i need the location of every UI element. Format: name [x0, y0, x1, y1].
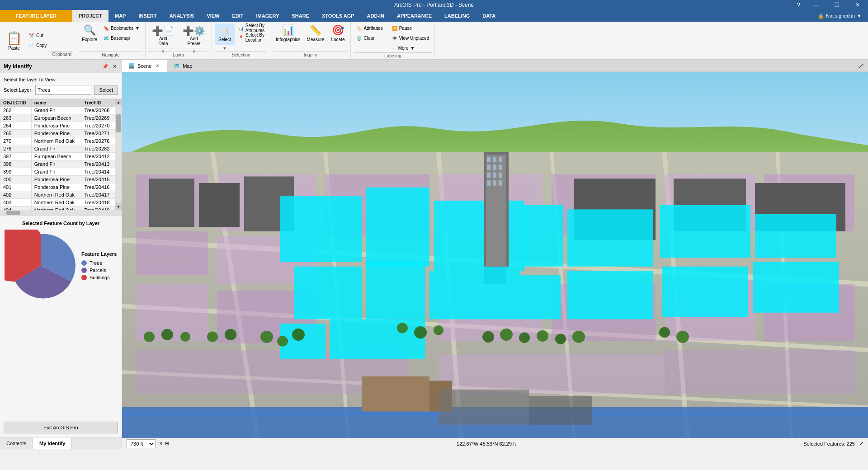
cell-name: Grand Fir [31, 160, 81, 168]
svg-rect-11 [136, 231, 208, 275]
table-row[interactable]: 397 European Beech Tree/20412 [0, 153, 115, 160]
legend-trees: Trees [81, 260, 117, 266]
select-btn[interactable]: ◻️ Select ▼ [215, 24, 235, 52]
cut-btn[interactable]: ✂️Cut [26, 31, 49, 40]
tab-xtools[interactable]: XTOOLS AGP [316, 10, 361, 22]
pause-btn[interactable]: ⏸️Pause [389, 24, 432, 33]
layer-dropdown[interactable]: Trees Parcels Buildings [35, 85, 91, 95]
cell-objectid: 402 [0, 191, 32, 199]
clear-btn[interactable]: 🗑️Clear [354, 33, 385, 42]
tab-imagery[interactable]: IMAGERY [250, 10, 286, 22]
tab-appearance[interactable]: APPEARANCE [391, 10, 438, 22]
left-panel: My Identify 📌 ✕ Select the layer to View… [0, 60, 122, 449]
map-scale-icon: ⊡ [158, 441, 162, 446]
tab-view[interactable]: VIEW [200, 10, 226, 22]
minimize-btn[interactable]: — [806, 0, 826, 10]
col-treefid[interactable]: TreeFID [81, 99, 115, 107]
tab-contents[interactable]: Contents [0, 437, 33, 449]
svg-rect-26 [439, 354, 665, 394]
table-row[interactable]: 265 Ponderosa Pine Tree/20271 [0, 130, 115, 137]
layer-label: Select Layer: [4, 87, 33, 93]
select-button[interactable]: Select [94, 85, 118, 95]
cell-name: Northern Red Oak [31, 207, 81, 210]
locate-btn[interactable]: 🎯 Locate [328, 24, 348, 52]
expand-btn[interactable]: ⤢ [854, 61, 868, 71]
map-statusbar: 730 ft 1000 ft 1 mi ⊡ ⊞ 122.67°W 45.53°N… [122, 438, 868, 449]
explore-btn[interactable]: 🔍 Explore [79, 24, 100, 52]
table-row[interactable]: 398 Grand Fir Tree/20413 [0, 160, 115, 168]
table-row[interactable]: 270 Northern Red Oak Tree/20276 [0, 137, 115, 145]
help-icon[interactable]: ? [792, 0, 805, 10]
not-signed-in[interactable]: 🔒 Not signed in ▼ [811, 10, 868, 22]
restore-btn[interactable]: ❐ [826, 0, 847, 10]
view-unplaced-btn[interactable]: 👁️View Unplaced [389, 33, 432, 42]
basemap-btn[interactable]: 🗺️Basemap [101, 33, 142, 42]
legend-title: Feature Layers [81, 251, 117, 257]
cell-name: Northern Red Oak [31, 199, 81, 207]
attributes-btn[interactable]: 🏷️Attributes [354, 24, 385, 33]
exit-btn[interactable]: Exit ArcGIS Pro [4, 422, 118, 433]
map-tab-map[interactable]: 🗺️ Map [167, 60, 199, 72]
map-tabs: 🏙️ Scene ✕ 🗺️ Map ⤢ [122, 60, 868, 72]
svg-rect-77 [487, 164, 491, 170]
scrollbar-thumb[interactable] [116, 114, 121, 132]
more-btn[interactable]: ⋯More▼ [389, 43, 432, 52]
map-tab-scene[interactable]: 🏙️ Scene ✕ [122, 60, 167, 72]
add-data-btn[interactable]: ➕📄 AddData ▼ [148, 24, 178, 52]
table-row[interactable]: 399 Grand Fir Tree/20414 [0, 168, 115, 176]
tab-project[interactable]: PROJECT [72, 10, 108, 22]
expand-icon[interactable]: ⤢ [859, 441, 863, 446]
col-objectid[interactable]: OBJECTID [0, 99, 32, 107]
table-row[interactable]: 262 Grand Fir Tree/20268 [0, 107, 115, 114]
svg-rect-75 [493, 157, 496, 162]
scale-select[interactable]: 730 ft 1000 ft 1 mi [127, 439, 156, 448]
copy-btn[interactable]: 📄Copy [26, 41, 49, 50]
tab-labeling[interactable]: LABELING [438, 10, 476, 22]
tab-map[interactable]: MAP [108, 10, 132, 22]
clipboard-group: 📋 Paste ✂️Cut 📄Copy Clipboard [0, 23, 76, 58]
panel-close-btn[interactable]: ✕ [111, 63, 118, 70]
panel-header-controls: 📌 ✕ [102, 63, 118, 70]
svg-point-64 [676, 331, 689, 343]
svg-rect-78 [493, 164, 496, 170]
tab-insert[interactable]: INSERT [132, 10, 163, 22]
bookmarks-btn[interactable]: 🔖Bookmarks▼ [101, 24, 142, 33]
table-row[interactable]: 402 Northern Red Oak Tree/20417 [0, 191, 115, 199]
table-row[interactable]: 403 Northern Red Oak Tree/20418 [0, 199, 115, 207]
legend-label-parcels: Parcels [90, 268, 106, 273]
table-row[interactable]: 276 Grand Fir Tree/20282 [0, 145, 115, 153]
map-scene[interactable] [122, 72, 868, 438]
tab-analysis[interactable]: ANALYSIS [163, 10, 201, 22]
paste-small-btns: ✂️Cut 📄Copy [26, 27, 49, 55]
tab-addin[interactable]: ADD-IN [361, 10, 391, 22]
table-row[interactable]: 400 Ponderosa Pine Tree/20415 [0, 176, 115, 183]
infographics-btn[interactable]: 📊 Infographics [273, 24, 303, 52]
panel-pin-btn[interactable]: 📌 [102, 63, 109, 70]
table-row[interactable]: 263 European Beech Tree/20269 [0, 114, 115, 122]
table-row[interactable]: 264 Ponderosa Pine Tree/20270 [0, 122, 115, 130]
close-scene-btn[interactable]: ✕ [154, 63, 160, 69]
table-scrollbar[interactable]: ▲ ▼ [115, 99, 122, 210]
table-row[interactable]: 404 Northern Red Oak Tree/20419 [0, 207, 115, 210]
paste-btn[interactable]: 📋 Paste [3, 27, 25, 55]
table-scroll[interactable]: OBJECTID name TreeFID 262 Grand Fir Tree… [0, 99, 115, 210]
svg-rect-38 [294, 267, 362, 320]
horizontal-scrollbar[interactable] [0, 210, 122, 216]
measure-btn[interactable]: 📏 Measure [304, 24, 327, 52]
add-preset-btn[interactable]: ➕⚙️ AddPreset ▼ [179, 24, 209, 52]
select-by-location-btn[interactable]: 📍Select ByLocation [236, 33, 267, 42]
svg-rect-86 [362, 376, 429, 412]
select-by-attributes-btn[interactable]: 📊Select ByAttributes [236, 24, 267, 33]
tab-data[interactable]: DATA [476, 10, 502, 22]
tab-my-identify[interactable]: My Identify [33, 437, 72, 449]
col-name[interactable]: name [31, 99, 81, 107]
tab-edit[interactable]: EDIT [226, 10, 250, 22]
tab-share[interactable]: SHARE [286, 10, 316, 22]
table-row[interactable]: 401 Ponderosa Pine Tree/20416 [0, 183, 115, 191]
panel-title: My Identify [4, 63, 32, 70]
close-btn[interactable]: ✕ [847, 0, 868, 10]
svg-rect-44 [755, 214, 836, 258]
labeling-buttons: 🏷️Attributes 🗑️Clear ⏸️Pause 👁️View Unpl… [354, 24, 432, 52]
svg-point-68 [161, 329, 173, 340]
svg-rect-28 [149, 179, 194, 227]
